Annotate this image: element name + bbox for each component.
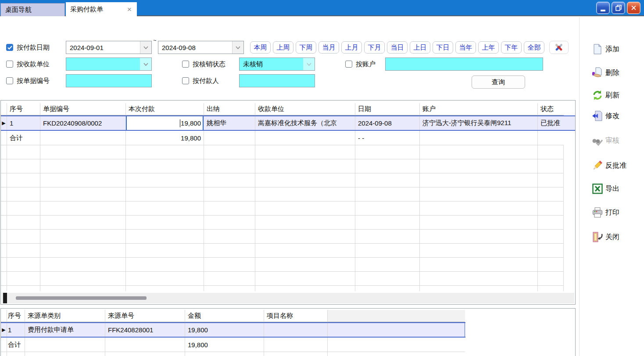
- quick-range-button-next-year[interactable]: 下年: [501, 41, 522, 54]
- modify-button[interactable]: 修改: [592, 109, 619, 122]
- cell-source-no[interactable]: FFK240828001: [105, 323, 185, 337]
- restore-button[interactable]: [612, 2, 625, 14]
- checkbox-unchecked-icon[interactable]: [345, 61, 352, 68]
- close-panel-button[interactable]: 关闭: [592, 230, 619, 244]
- cell-source-type[interactable]: 费用付款申请单: [25, 323, 105, 337]
- quick-range-button-all[interactable]: 全部: [524, 41, 544, 54]
- quick-range-button-last-month[interactable]: 上月: [341, 41, 362, 54]
- filter-writeoff-checkbox-group[interactable]: 按核销状态: [182, 58, 225, 71]
- column-header[interactable]: 单据编号: [40, 103, 126, 115]
- chevron-down-icon[interactable]: [140, 41, 151, 54]
- docno-input[interactable]: [66, 74, 152, 87]
- filter-payer-checkbox-group[interactable]: 按付款人: [182, 74, 219, 87]
- cell-doc-no[interactable]: FKD20240908/0002: [40, 116, 126, 130]
- total-label: 合计: [7, 131, 40, 145]
- filter-date-checkbox-group[interactable]: 按付款日期: [6, 41, 50, 54]
- column-header[interactable]: 来源单类别: [25, 310, 105, 322]
- checkbox-unchecked-icon[interactable]: [6, 77, 13, 84]
- total-row: 合计 19,800 - -: [1, 131, 575, 145]
- chevron-down-icon[interactable]: [232, 41, 243, 54]
- column-header[interactable]: 状态: [538, 103, 564, 115]
- cell-project[interactable]: [264, 323, 328, 337]
- column-header[interactable]: 本次付款: [126, 103, 204, 115]
- cell-amount[interactable]: 19,800: [126, 116, 204, 130]
- payer-input[interactable]: [239, 74, 315, 87]
- amount-cell-editor[interactable]: 19,800: [126, 116, 204, 130]
- column-header[interactable]: 日期: [355, 103, 420, 115]
- column-header[interactable]: 来源单号: [105, 310, 185, 322]
- quick-range-buttons: 本周 上周 下周 当月 上月 下月 当日 上日 下日 当年 上年 下年 全部: [250, 41, 544, 54]
- restore-icon: [615, 5, 622, 11]
- table-row-selected[interactable]: ▶ 1 FKD20240908/0002 19,800 姚相华 嵩嘉标准化技术服…: [1, 115, 575, 131]
- column-header[interactable]: 项目名称: [264, 310, 328, 322]
- account-input[interactable]: [385, 58, 543, 71]
- checkbox-unchecked-icon[interactable]: [182, 61, 189, 68]
- date-to-value: 2024-09-08: [158, 44, 232, 51]
- print-button[interactable]: 打印: [592, 206, 619, 219]
- writeoff-status-select[interactable]: 未核销: [239, 58, 315, 71]
- toolbar-item-label: 导出: [605, 184, 619, 194]
- date-from-select[interactable]: 2024-09-01: [66, 41, 152, 54]
- refresh-button[interactable]: 刷新: [592, 89, 619, 102]
- quick-range-button-this-year[interactable]: 当年: [455, 41, 476, 54]
- horizontal-scrollbar[interactable]: [2, 293, 574, 303]
- cell-seq[interactable]: 1: [7, 116, 40, 130]
- cell-status[interactable]: 已批准: [538, 116, 564, 130]
- tab-close-icon[interactable]: ×: [126, 6, 132, 13]
- quick-range-button-this-month[interactable]: 当月: [318, 41, 339, 54]
- quick-range-button-next-day[interactable]: 下日: [433, 41, 453, 54]
- quick-range-button-next-month[interactable]: 下月: [364, 41, 385, 54]
- total-amount: 19,800: [185, 338, 264, 352]
- quick-range-button-today[interactable]: 当日: [387, 41, 408, 54]
- cell-amount[interactable]: 19,800: [185, 323, 264, 337]
- audit-button: 审核: [592, 134, 619, 147]
- scrollbar-thumb[interactable]: [16, 296, 147, 300]
- close-window-button[interactable]: ✕: [627, 2, 640, 14]
- amount-editor-value: 19,800: [181, 119, 201, 127]
- filter-account-checkbox-group[interactable]: 按账户: [345, 58, 376, 71]
- column-header[interactable]: 序号: [7, 103, 40, 115]
- action-toolbar: 添加 删除 刷新 修改: [579, 17, 644, 356]
- quick-range-button-prev-day[interactable]: 上日: [410, 41, 430, 54]
- toolbar-item-label: 审核: [605, 136, 619, 145]
- date-to-select[interactable]: 2024-09-08: [158, 41, 244, 54]
- toolbar-item-label: 添加: [605, 45, 619, 54]
- chevron-down-icon[interactable]: [303, 58, 315, 70]
- quick-range-button-last-year[interactable]: 上年: [478, 41, 499, 54]
- cell-account[interactable]: 济宁迅大-济宁银行吴泰闸9211: [420, 116, 538, 130]
- add-button[interactable]: 添加: [592, 43, 619, 56]
- checkbox-checked-icon[interactable]: [6, 44, 13, 51]
- cell-payee[interactable]: 嵩嘉标准化技术服务（北京: [255, 116, 355, 130]
- toolbar-item-label: 打印: [605, 208, 619, 217]
- quick-range-button-last-week[interactable]: 上周: [273, 41, 293, 54]
- quick-range-button-this-week[interactable]: 本周: [250, 41, 271, 54]
- delete-button[interactable]: 删除: [592, 66, 619, 79]
- filter-docno-checkbox-group[interactable]: 按单据编号: [6, 74, 50, 87]
- cell-date[interactable]: 2024-09-08: [355, 116, 420, 130]
- export-button[interactable]: 导出: [592, 182, 619, 195]
- checkbox-unchecked-icon[interactable]: [182, 77, 189, 84]
- column-header[interactable]: 金额: [185, 310, 264, 322]
- table-row-selected[interactable]: ▶ 1 费用付款申请单 FFK240828001 19,800: [1, 322, 465, 338]
- current-row-marker-icon: ▶: [1, 116, 7, 130]
- toolbar-item-label: 反批准: [605, 161, 626, 170]
- filter-payee-checkbox-group[interactable]: 按收款单位: [6, 58, 50, 71]
- filter-tools-button[interactable]: [549, 41, 569, 54]
- column-header[interactable]: 收款单位: [255, 103, 355, 115]
- cell-seq[interactable]: 1: [7, 323, 25, 337]
- column-header[interactable]: 序号: [7, 310, 25, 322]
- cell-cashier[interactable]: 姚相华: [204, 116, 255, 130]
- unapprove-button[interactable]: 反批准: [592, 159, 626, 172]
- payee-select[interactable]: [66, 58, 152, 71]
- chevron-down-icon[interactable]: [140, 58, 151, 70]
- checkbox-unchecked-icon[interactable]: [6, 61, 13, 68]
- detail-table-header: 序号 来源单类别 来源单号 金额 项目名称: [1, 310, 575, 322]
- toolbar-item-label: 修改: [605, 111, 619, 121]
- quick-range-button-next-week[interactable]: 下周: [296, 41, 316, 54]
- query-button[interactable]: 查询: [472, 76, 525, 89]
- tab-desktop-navigation[interactable]: 桌面导航: [0, 3, 65, 16]
- column-header[interactable]: 出纳: [204, 103, 255, 115]
- minimize-button[interactable]: [596, 2, 610, 14]
- tab-purchase-payment[interactable]: 采购付款单 ×: [66, 2, 137, 16]
- column-header[interactable]: 账户: [420, 103, 538, 115]
